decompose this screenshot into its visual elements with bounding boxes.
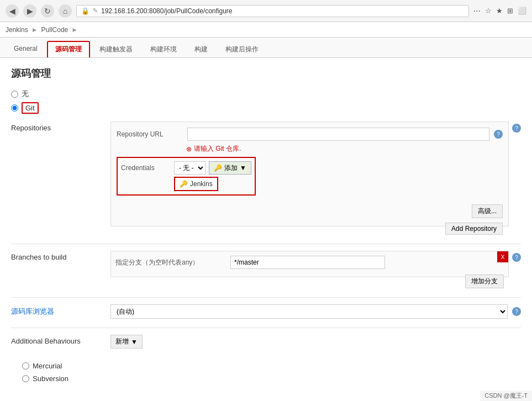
tab-post-build[interactable]: 构建后操作 — [217, 41, 267, 57]
branches-section: Branches to build X 指定分支（为空时代表any） 增加分支 … — [11, 251, 521, 288]
footer: CSDN @魔王-T — [480, 391, 532, 401]
scm-radio-group: 无 Git — [11, 89, 521, 114]
source-browser-label: 源码库浏览器 — [11, 304, 110, 316]
address-bar[interactable]: 🔒 ✎ 192.168.16.200:8080/job/PullCode/con… — [76, 5, 469, 17]
branches-block: X 指定分支（为空时代表any） 增加分支 — [110, 251, 509, 277]
source-browser-select[interactable]: (自动) — [110, 304, 508, 319]
repo-url-row: Repository URL ? — [117, 128, 503, 141]
git-label-box: Git — [22, 102, 39, 114]
jenkins-key-icon: 🔑 — [180, 180, 188, 188]
radio-git-label[interactable]: Git — [25, 104, 35, 112]
breadcrumb-jenkins[interactable]: Jenkins — [6, 26, 28, 34]
source-management-section: 源码管理 无 Git Repositories Repository — [0, 58, 532, 398]
radio-git-item: Git — [11, 102, 521, 114]
window-icon[interactable]: ⬜ — [518, 7, 526, 15]
lock-icon: 🔒 — [81, 7, 89, 15]
additional-behaviours-label: Additional Behaviours — [11, 335, 110, 345]
edit-icon: ✎ — [93, 7, 98, 14]
tab-build-env[interactable]: 构建环境 — [142, 41, 185, 57]
radio-none-item: 无 — [11, 89, 521, 99]
add-beh-row: 新增 ▼ — [110, 335, 521, 349]
tab-general[interactable]: General — [6, 41, 46, 57]
source-browser-section: 源码库浏览器 (自动) ? — [11, 304, 521, 319]
branches-label: Branches to build — [11, 251, 110, 261]
credentials-row: Credentials - 无 - 🔑 添加 ▼ — [121, 161, 251, 175]
tab-build-triggers[interactable]: 构建触发器 — [91, 41, 141, 57]
tab-source-management[interactable]: 源码管理 — [47, 41, 90, 57]
new-btn-arrow: ▼ — [131, 338, 138, 346]
repo-url-label: Repository URL — [117, 130, 183, 138]
breadcrumb-pullcode[interactable]: PullCode — [41, 26, 69, 34]
repo-url-input[interactable] — [187, 128, 489, 141]
add-repository-button[interactable]: Add Repository — [445, 223, 503, 235]
back-button[interactable]: ◀ — [6, 4, 19, 18]
footer-text: CSDN @魔王-T — [484, 392, 528, 399]
repositories-label: Repositories — [11, 122, 110, 132]
subversion-label[interactable]: Subversion — [33, 374, 69, 383]
divider-1 — [11, 244, 521, 244]
breadcrumb: Jenkins ► PullCode ► — [0, 22, 532, 38]
add-branch-button[interactable]: 增加分支 — [465, 275, 504, 288]
source-browser-content: (自动) ? — [110, 304, 521, 319]
repositories-help-icon[interactable]: ? — [512, 124, 521, 133]
url-text: 192.168.16.200:8080/job/PullCode/configu… — [101, 7, 464, 15]
breadcrumb-sep2: ► — [71, 26, 78, 34]
tab-bar: General 源码管理 构建触发器 构建环境 构建 构建后操作 — [0, 38, 532, 58]
radio-git[interactable] — [11, 104, 18, 112]
credentials-outer-box: Credentials - 无 - 🔑 添加 ▼ — [117, 157, 256, 196]
repo-url-help-icon[interactable]: ? — [494, 130, 503, 139]
jenkins-dropdown-item[interactable]: 🔑 Jenkins — [174, 177, 218, 191]
source-browser-help-icon[interactable]: ? — [512, 307, 521, 316]
scm-options: Mercurial Subversion — [11, 357, 521, 389]
divider-3 — [11, 328, 521, 328]
branch-specifier-input[interactable] — [230, 256, 385, 269]
radio-subversion[interactable] — [22, 375, 29, 382]
section-title: 源码管理 — [11, 67, 521, 80]
error-text: 请输入 Git 仓库. — [194, 144, 241, 154]
additional-behaviours-content: 新增 ▼ — [110, 335, 521, 349]
tab-build[interactable]: 构建 — [186, 41, 216, 57]
new-btn-label: 新增 — [115, 337, 129, 346]
bookmark-icon[interactable]: ☆ — [485, 7, 492, 15]
dropdown-arrow: ▼ — [240, 164, 246, 172]
refresh-button[interactable]: ↻ — [41, 4, 54, 18]
radio-none[interactable] — [11, 91, 18, 98]
star-icon[interactable]: ★ — [496, 7, 503, 15]
mercurial-item: Mercurial — [22, 362, 510, 370]
add-credentials-button[interactable]: 🔑 添加 ▼ — [209, 161, 251, 175]
branch-row: 指定分支（为空时代表any） — [115, 256, 504, 269]
branches-content: X 指定分支（为空时代表any） 增加分支 — [110, 251, 509, 288]
source-browser-row: (自动) ? — [110, 304, 521, 319]
error-hint: ⊗ 请输入 Git 仓库. — [117, 144, 503, 154]
library-icon[interactable]: ⊞ — [507, 7, 513, 15]
main-content: General 源码管理 构建触发器 构建环境 构建 构建后操作 源码管理 无 … — [0, 38, 532, 401]
repository-block: Repository URL ? ⊗ 请输入 Git 仓库. Credenti — [110, 122, 509, 226]
branch-specifier-label: 指定分支（为空时代表any） — [115, 258, 226, 267]
divider-2 — [11, 297, 521, 298]
mercurial-label[interactable]: Mercurial — [33, 362, 62, 370]
remove-branch-button[interactable]: X — [497, 251, 508, 262]
advanced-button[interactable]: 高级... — [472, 204, 503, 218]
browser-chrome: ◀ ▶ ↻ ⌂ 🔒 ✎ 192.168.16.200:8080/job/Pull… — [0, 0, 532, 22]
home-button[interactable]: ⌂ — [59, 4, 72, 18]
branches-help-icon[interactable]: ? — [512, 253, 521, 262]
repositories-content: Repository URL ? ⊗ 请输入 Git 仓库. Credenti — [110, 122, 509, 235]
credentials-container: Credentials - 无 - 🔑 添加 ▼ — [117, 157, 503, 199]
additional-behaviours-section: Additional Behaviours 新增 ▼ — [11, 335, 521, 349]
key-icon: 🔑 — [214, 164, 222, 172]
menu-dots[interactable]: ··· — [473, 6, 481, 16]
credentials-label: Credentials — [121, 164, 171, 172]
subversion-item: Subversion — [22, 374, 510, 383]
radio-none-label[interactable]: 无 — [22, 89, 29, 99]
repo-action-buttons: 高级... — [117, 202, 503, 218]
new-behaviour-button[interactable]: 新增 ▼ — [110, 335, 143, 349]
credentials-select[interactable]: - 无 - — [174, 161, 206, 175]
repositories-section: Repositories Repository URL ? ⊗ 请输入 Git … — [11, 122, 521, 235]
breadcrumb-sep1: ► — [31, 26, 38, 34]
forward-button[interactable]: ▶ — [23, 4, 36, 18]
radio-mercurial[interactable] — [22, 362, 29, 370]
